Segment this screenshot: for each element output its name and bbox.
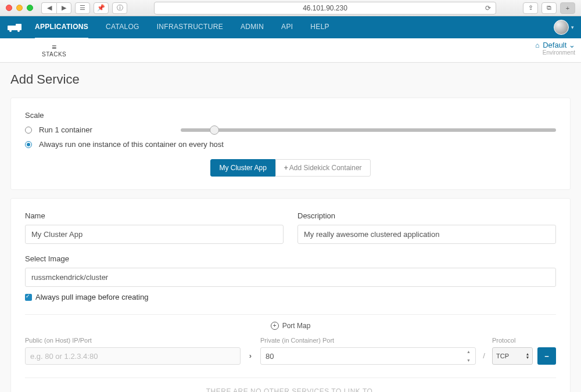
browser-chrome: ◀ ▶ ☰ 📌 ⓘ 46.101.90.230 ⟳ ⇪ ⧉ +: [0, 0, 581, 16]
portmap-header[interactable]: + Port Map: [25, 322, 556, 330]
info-button[interactable]: ⓘ: [112, 2, 127, 14]
slider-thumb[interactable]: [210, 125, 219, 135]
public-port-input[interactable]: [25, 347, 241, 365]
private-port-input[interactable]: [260, 347, 476, 365]
select-arrows-icon: ▴▾: [526, 353, 529, 359]
avatar: [554, 20, 569, 35]
stacks-icon: ≡: [52, 43, 56, 51]
always-pull-checkbox[interactable]: Always pull image before creating: [25, 293, 556, 301]
chevron-down-icon: ▾: [571, 24, 574, 30]
svg-rect-0: [8, 26, 17, 30]
svg-rect-1: [16, 24, 21, 30]
sidekick-label: Add Sidekick Container: [289, 164, 362, 172]
scale-label: Scale: [25, 111, 556, 120]
nav-forward-button[interactable]: ▶: [56, 2, 71, 14]
always-pull-label: Always pull image before creating: [35, 293, 148, 301]
scale-everyhost-label: Always run one instance of this containe…: [39, 140, 224, 149]
protocol-label: Protocol: [492, 337, 533, 344]
image-label: Select Image: [25, 254, 556, 263]
sidebar-toggle-button[interactable]: ☰: [75, 2, 90, 14]
nav-api[interactable]: API: [281, 16, 293, 39]
name-label: Name: [25, 211, 284, 220]
description-input[interactable]: [297, 225, 556, 244]
scale-option-fixed[interactable]: Run 1 container: [25, 125, 556, 134]
nav-infrastructure[interactable]: INFRASTRUCTURE: [157, 16, 223, 39]
scale-panel: Scale Run 1 container Always run one ins…: [10, 98, 571, 190]
divider: [25, 314, 556, 315]
port-mapping-row: Public (on Host) IP/Port › Private (in C…: [25, 337, 556, 365]
service-tabs: My Cluster App +Add Sidekick Container: [25, 159, 556, 177]
tab-primary-service[interactable]: My Cluster App: [210, 159, 275, 177]
public-port-label: Public (on Host) IP/Port: [25, 337, 241, 344]
radio-checked-icon: [25, 141, 32, 148]
protocol-value: TCP: [496, 353, 509, 359]
close-window-button[interactable]: [6, 5, 12, 11]
nav-back-button[interactable]: ◀: [41, 2, 56, 14]
nav-catalog[interactable]: CATALOG: [106, 16, 139, 39]
svg-point-3: [17, 30, 20, 32]
remove-port-button[interactable]: −: [537, 347, 556, 365]
window-controls: [6, 5, 33, 11]
environment-selector[interactable]: ⌂ Default ⌄ Environment: [535, 41, 575, 56]
scale-slider[interactable]: [181, 128, 556, 132]
environment-sublabel: Environment: [535, 49, 575, 56]
reload-icon[interactable]: ⟳: [485, 4, 491, 12]
tabs-button[interactable]: ⧉: [541, 2, 557, 14]
chevron-down-icon: ⌄: [569, 41, 575, 49]
nav-applications[interactable]: APPLICATIONS: [35, 16, 88, 39]
scale-option-every-host[interactable]: Always run one instance of this containe…: [25, 140, 556, 149]
environment-name: Default: [543, 41, 566, 49]
plus-circle-icon: +: [271, 322, 279, 330]
name-input[interactable]: [25, 225, 284, 244]
slash-separator: /: [480, 346, 487, 365]
url-text: 46.101.90.230: [303, 4, 347, 12]
stacks-label: STACKS: [42, 51, 66, 57]
page-title: Add Service: [10, 72, 571, 87]
sub-navigation: ≡ STACKS ⌂ Default ⌄ Environment: [0, 38, 581, 63]
divider: [25, 377, 556, 378]
logo-icon: [8, 23, 24, 32]
user-menu[interactable]: ▾: [554, 20, 574, 35]
arrow-right-icon: ›: [245, 346, 256, 365]
tab-add-sidekick[interactable]: +Add Sidekick Container: [275, 159, 371, 177]
nav-help[interactable]: HELP: [310, 16, 329, 39]
service-form-panel: Name Description Select Image Always pul…: [10, 198, 571, 392]
new-tab-button[interactable]: +: [560, 2, 575, 14]
pin-button[interactable]: 📌: [94, 2, 109, 14]
url-bar[interactable]: 46.101.90.230 ⟳: [154, 2, 496, 15]
rancher-logo[interactable]: [7, 21, 24, 33]
checkbox-checked-icon: [25, 294, 32, 301]
home-icon: ⌂: [535, 41, 539, 49]
nav-admin[interactable]: ADMIN: [241, 16, 264, 39]
scale-fixed-label: Run 1 container: [39, 125, 92, 134]
portmap-label: Port Map: [282, 322, 311, 330]
description-label: Description: [297, 211, 556, 220]
image-input[interactable]: [25, 268, 556, 287]
subnav-stacks[interactable]: ≡ STACKS: [42, 43, 66, 57]
spacer: [537, 337, 556, 344]
no-services-message: THERE ARE NO OTHER SERVICES TO LINK TO.: [25, 387, 556, 392]
maximize-window-button[interactable]: [27, 5, 33, 11]
main-navigation: APPLICATIONS CATALOG INFRASTRUCTURE ADMI…: [0, 16, 581, 38]
svg-point-2: [9, 30, 12, 32]
plus-icon: +: [284, 164, 288, 172]
share-button[interactable]: ⇪: [523, 2, 538, 14]
number-spinner[interactable]: ▲▼: [467, 350, 474, 362]
minimize-window-button[interactable]: [16, 5, 23, 11]
page-content: Add Service Scale Run 1 container Always…: [0, 63, 581, 392]
radio-unchecked-icon: [25, 127, 32, 134]
private-port-label: Private (in Container) Port: [260, 337, 476, 344]
protocol-select[interactable]: TCP ▴▾: [492, 347, 533, 365]
